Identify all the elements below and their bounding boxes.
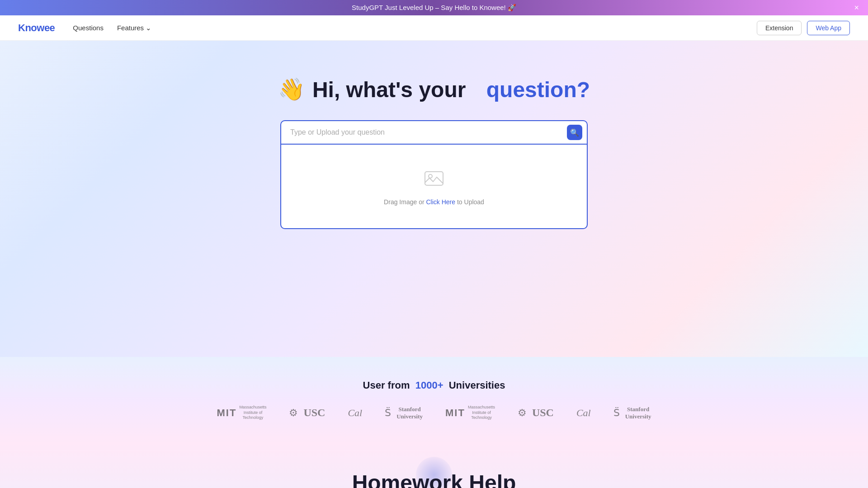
upload-text: Drag Image or Click Here to Upload: [384, 198, 484, 206]
usc-abbrev-2: USC: [532, 407, 554, 419]
stanford-symbol-1: S̈: [385, 407, 391, 419]
upload-image-icon: [423, 167, 445, 193]
universities-logos: MIT MassachusettsInstitute ofTechnology …: [18, 405, 850, 421]
extension-button[interactable]: Extension: [757, 21, 802, 35]
nav-link-features[interactable]: Features ⌄: [117, 24, 151, 32]
homework-section: Homework Help: [0, 443, 868, 488]
hero-title-prefix: Hi, what's your: [312, 77, 466, 102]
universities-count: 1000+: [415, 380, 443, 391]
universities-title-suffix: Universities: [449, 380, 505, 391]
svg-rect-0: [425, 172, 443, 185]
universities-title-prefix: User from: [363, 380, 410, 391]
mit-abbrev-2: MIT: [445, 407, 465, 419]
homework-wrapper: Homework Help: [18, 470, 850, 488]
usc-symbol-1: ⚙: [289, 407, 298, 419]
nav-links: Questions Features ⌄: [73, 24, 757, 32]
search-container: 🔍: [280, 120, 588, 145]
stanford-symbol-2: S̈: [613, 407, 620, 419]
search-button[interactable]: 🔍: [567, 125, 582, 140]
upload-click-link[interactable]: Click Here: [426, 198, 455, 206]
usc-logo-1: ⚙ USC: [289, 407, 325, 419]
chevron-down-icon: ⌄: [146, 24, 151, 32]
search-icon: 🔍: [570, 128, 579, 137]
universities-section: User from 1000+ Universities MIT Massach…: [0, 357, 868, 443]
svg-point-1: [429, 174, 432, 178]
cal-logo-1: Cal: [348, 407, 362, 419]
cal-abbrev-2: Cal: [576, 407, 591, 419]
navbar: Knowee Questions Features ⌄ Extension We…: [0, 15, 868, 41]
stanford-name-1: StanfordUniversity: [396, 406, 423, 420]
mit-name-2: MassachusettsInstitute ofTechnology: [468, 405, 495, 421]
upload-text-after: to Upload: [455, 198, 484, 206]
stanford-logo-2: S̈ StanfordUniversity: [613, 406, 651, 420]
banner-close-button[interactable]: ×: [854, 4, 859, 12]
upload-area[interactable]: Drag Image or Click Here to Upload: [280, 145, 588, 229]
universities-title: User from 1000+ Universities: [18, 380, 850, 391]
features-label: Features: [117, 24, 144, 32]
wave-emoji: 👋: [278, 77, 305, 102]
mit-name-1: MassachusettsInstitute ofTechnology: [239, 405, 266, 421]
nav-link-questions[interactable]: Questions: [73, 24, 104, 32]
webapp-button[interactable]: Web App: [807, 21, 850, 35]
hero-title: 👋 Hi, what's your question?: [278, 77, 590, 102]
mit-logo-1: MIT MassachusettsInstitute ofTechnology: [217, 405, 266, 421]
usc-abbrev-1: USC: [303, 407, 325, 419]
stanford-name-2: StanfordUniversity: [625, 406, 651, 420]
banner-text: StudyGPT Just Leveled Up – Say Hello to …: [352, 4, 516, 12]
usc-logo-2: ⚙ USC: [518, 407, 554, 419]
usc-symbol-2: ⚙: [518, 407, 527, 419]
mit-abbrev-1: MIT: [217, 407, 236, 419]
upload-text-before: Drag Image or: [384, 198, 426, 206]
hero-title-highlight: question?: [486, 77, 590, 102]
mit-logo-2: MIT MassachusettsInstitute ofTechnology: [445, 405, 495, 421]
cal-logo-2: Cal: [576, 407, 591, 419]
cal-abbrev-1: Cal: [348, 407, 362, 419]
hero-section: 👋 Hi, what's your question? 🔍 Drag Image…: [0, 41, 868, 357]
homework-title: Homework Help: [352, 470, 516, 488]
top-banner: StudyGPT Just Leveled Up – Say Hello to …: [0, 0, 868, 15]
logo[interactable]: Knowee: [18, 22, 55, 34]
stanford-logo-1: S̈ StanfordUniversity: [385, 406, 423, 420]
navbar-right: Extension Web App: [757, 21, 850, 35]
search-input[interactable]: [280, 120, 588, 145]
